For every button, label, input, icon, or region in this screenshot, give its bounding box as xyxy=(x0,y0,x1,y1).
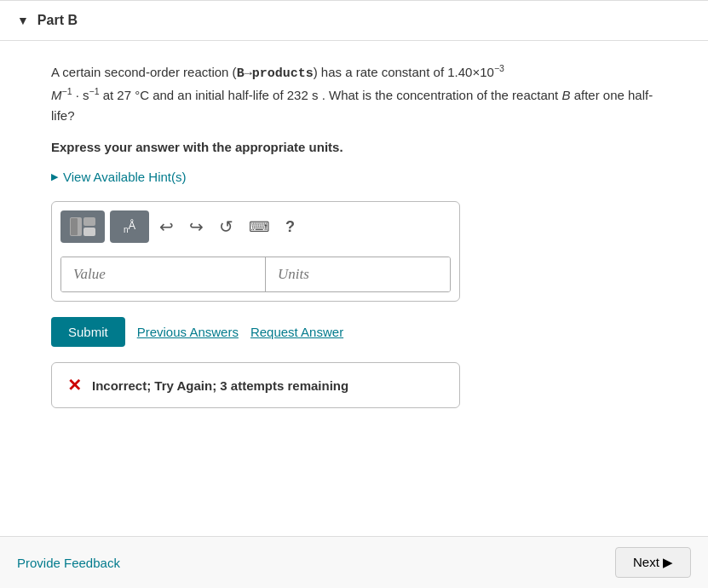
part-title: Part B xyxy=(37,13,78,28)
refresh-btn[interactable]: ↺ xyxy=(214,213,239,240)
next-button[interactable]: Next ▶ xyxy=(615,547,691,578)
formula-btn[interactable] xyxy=(60,210,105,243)
question-text: A certain second-order reaction (B→produ… xyxy=(51,61,657,126)
formula-icon xyxy=(70,217,95,236)
answer-box: nÅ ↩ ↪ ↺ ⌨ ? xyxy=(51,201,460,302)
action-row: Submit Previous Answers Request Answer xyxy=(51,317,657,347)
redo-icon: ↪ xyxy=(189,216,204,237)
feedback-box: ✕ Incorrect; Try Again; 3 attempts remai… xyxy=(51,362,460,408)
units-input[interactable] xyxy=(266,257,451,291)
help-btn[interactable]: ? xyxy=(280,215,300,239)
keyboard-icon: ⌨ xyxy=(249,218,270,236)
input-row xyxy=(60,257,451,292)
keyboard-btn[interactable]: ⌨ xyxy=(244,215,275,239)
error-icon: ✕ xyxy=(67,375,82,395)
bottom-bar: Provide Feedback Next ▶ xyxy=(0,536,708,588)
hint-link[interactable]: View Available Hint(s) xyxy=(51,170,657,184)
submit-button[interactable]: Submit xyxy=(51,317,125,347)
svg-rect-1 xyxy=(83,217,95,226)
provide-feedback-link[interactable]: Provide Feedback xyxy=(17,556,120,570)
value-input[interactable] xyxy=(61,257,266,291)
previous-answers-button[interactable]: Previous Answers xyxy=(137,325,239,339)
collapse-arrow[interactable]: ▼ xyxy=(17,14,29,27)
part-header: ▼ Part B xyxy=(0,0,708,41)
svg-rect-2 xyxy=(83,228,95,236)
text-format-btn[interactable]: nÅ xyxy=(110,210,149,243)
svg-rect-3 xyxy=(71,218,78,235)
undo-btn[interactable]: ↩ xyxy=(154,213,179,240)
feedback-message: Incorrect; Try Again; 3 attempts remaini… xyxy=(92,378,348,393)
undo-icon: ↩ xyxy=(159,216,174,237)
express-instruction: Express your answer with the appropriate… xyxy=(51,140,657,154)
toolbar: nÅ ↩ ↪ ↺ ⌨ ? xyxy=(60,210,451,248)
refresh-icon: ↺ xyxy=(219,216,233,237)
redo-btn[interactable]: ↪ xyxy=(184,213,209,240)
request-answer-button[interactable]: Request Answer xyxy=(250,325,343,339)
content-area: A certain second-order reaction (B→produ… xyxy=(0,41,708,425)
text-format-label: nÅ xyxy=(124,220,135,234)
help-icon: ? xyxy=(285,218,295,236)
